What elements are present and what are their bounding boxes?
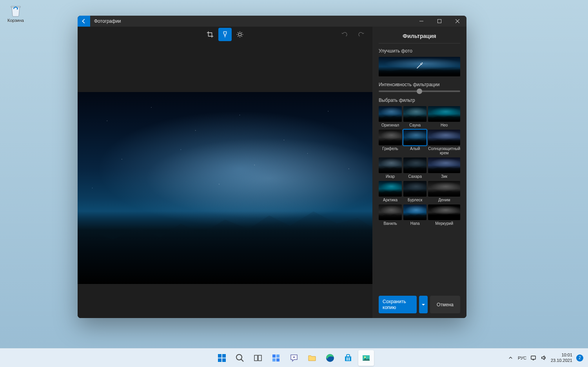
filter-label: Солнцезащитный крем [428, 146, 460, 155]
edge-button[interactable] [322, 350, 338, 366]
svg-rect-29 [531, 356, 535, 359]
photo-preview [78, 92, 372, 284]
filter-label: Икар [379, 174, 402, 179]
filter-label: Зик [428, 174, 460, 179]
filter-label: Деним [428, 198, 460, 202]
svg-rect-1 [438, 20, 441, 23]
svg-rect-18 [276, 354, 279, 358]
crop-tool[interactable] [203, 28, 217, 41]
explorer-button[interactable] [304, 350, 320, 366]
filter-11[interactable]: Деним [428, 181, 460, 202]
redo-button[interactable] [354, 28, 368, 41]
store-button[interactable] [340, 350, 356, 366]
filter-1[interactable]: Сауна [403, 106, 426, 127]
chat-button[interactable] [286, 350, 302, 366]
filter-10[interactable]: Бурлеск [403, 181, 426, 202]
svg-line-11 [238, 36, 238, 36]
intensity-label: Интенсивность фильтрации [379, 82, 460, 87]
filters-tool[interactable] [218, 28, 232, 41]
filter-label: Оригинал [379, 123, 402, 127]
start-button[interactable] [214, 350, 230, 366]
slider-thumb[interactable] [417, 89, 422, 94]
enhance-photo-button[interactable] [379, 57, 460, 76]
editor-toolbar [78, 27, 372, 42]
svg-line-10 [241, 36, 242, 36]
filter-8[interactable]: Зик [428, 157, 460, 179]
taskbar-center [214, 350, 374, 366]
time: 10:01 [551, 353, 572, 358]
filter-7[interactable]: Сахара [403, 157, 426, 179]
filter-grid: ОригиналСаунаНеоГрифельАлыйСолнцезащитны… [379, 106, 460, 226]
photos-app-window: Фотографии [78, 16, 466, 318]
filter-label: Сауна [403, 123, 426, 127]
panel-title: Фильтрация [379, 30, 460, 43]
filter-9[interactable]: Арктика [379, 181, 402, 202]
system-tray: РУС 10:01 23.10.2021 2 [508, 353, 588, 363]
svg-rect-25 [347, 359, 348, 360]
app-title: Фотографии [90, 18, 121, 24]
recycle-bin[interactable]: Корзина [5, 3, 27, 23]
notifications-badge[interactable]: 2 [576, 354, 583, 362]
filter-4[interactable]: Алый [403, 130, 426, 155]
filter-label: Сахара [403, 174, 426, 179]
date: 23.10.2021 [551, 358, 572, 363]
svg-rect-16 [258, 355, 261, 361]
minimize-button[interactable] [412, 16, 430, 27]
adjust-tool[interactable] [233, 28, 247, 41]
svg-point-21 [293, 356, 295, 358]
recycle-bin-icon [9, 3, 23, 17]
clock[interactable]: 10:01 23.10.2021 [551, 353, 572, 363]
language-indicator[interactable]: РУС [518, 356, 526, 360]
filter-label: Напа [403, 221, 426, 226]
folder-icon [307, 353, 317, 363]
chat-icon [289, 353, 299, 363]
svg-point-4 [238, 33, 241, 36]
filter-3[interactable]: Грифель [379, 130, 402, 155]
enhance-label: Улучшить фото [379, 48, 460, 54]
svg-rect-15 [254, 355, 258, 361]
back-button[interactable] [78, 16, 90, 27]
filter-12[interactable]: Ваниль [379, 204, 402, 226]
filter-0[interactable]: Оригинал [379, 106, 402, 127]
photos-app-button[interactable] [358, 350, 374, 366]
cancel-button[interactable]: Отмена [430, 296, 460, 313]
svg-point-13 [236, 354, 242, 360]
svg-line-9 [238, 33, 238, 33]
filter-5[interactable]: Солнцезащитный крем [428, 130, 460, 155]
undo-button[interactable] [338, 28, 351, 41]
search-button[interactable] [232, 350, 248, 366]
svg-point-28 [364, 356, 366, 358]
save-options-dropdown[interactable] [419, 296, 428, 313]
svg-line-12 [241, 33, 242, 33]
filter-13[interactable]: Напа [403, 204, 426, 226]
task-view-button[interactable] [250, 350, 266, 366]
svg-line-14 [241, 359, 243, 362]
save-copy-button[interactable]: Сохранить копию [379, 296, 417, 313]
svg-rect-26 [348, 359, 350, 360]
close-button[interactable] [448, 16, 466, 27]
canvas-area [78, 27, 372, 318]
windows-logo-icon [218, 354, 226, 362]
edge-icon [325, 353, 335, 363]
filter-label: Арктика [379, 198, 402, 202]
filter-6[interactable]: Икар [379, 157, 402, 179]
tray-chevron[interactable] [508, 355, 514, 361]
filter-label: Алый [403, 146, 426, 151]
magic-wand-icon [415, 61, 424, 72]
filter-14[interactable]: Меркурий [428, 204, 460, 226]
widgets-button[interactable] [268, 350, 284, 366]
network-icon[interactable] [530, 355, 537, 361]
photo-canvas[interactable] [78, 42, 372, 318]
recycle-bin-label: Корзина [5, 18, 27, 23]
store-icon [343, 353, 353, 363]
intensity-slider[interactable] [379, 90, 460, 92]
volume-icon[interactable] [541, 355, 547, 361]
svg-rect-24 [348, 358, 350, 359]
maximize-button[interactable] [430, 16, 448, 27]
filter-2[interactable]: Нео [428, 106, 460, 127]
svg-rect-20 [276, 358, 279, 362]
taskbar: РУС 10:01 23.10.2021 2 [0, 348, 588, 367]
task-view-icon [253, 353, 263, 363]
search-icon [235, 353, 245, 363]
filter-label: Нео [428, 123, 460, 127]
